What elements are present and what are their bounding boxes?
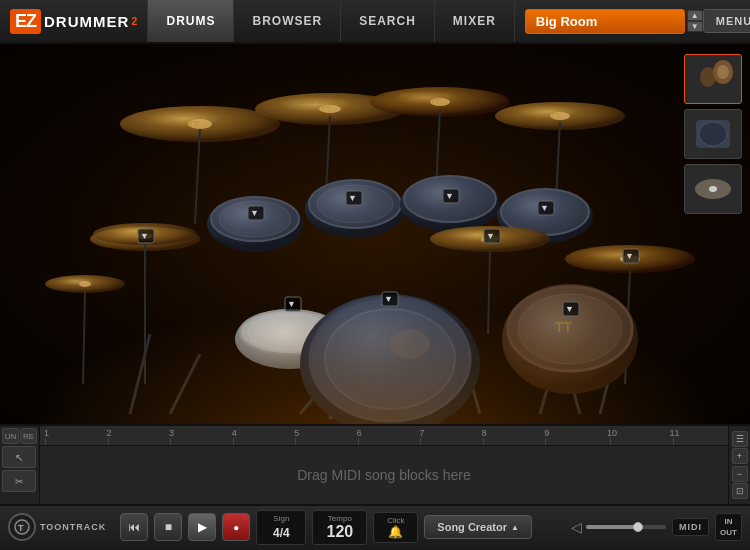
click-label: Click [387, 516, 404, 525]
toontrack-label: TOONTRACK [40, 522, 106, 532]
tab-mixer[interactable]: MIXER [435, 0, 515, 42]
transport-bar: T TOONTRACK ⏮ ■ ▶ ● Sign 4/4 Tempo 120 C… [0, 504, 750, 548]
preset-up-button[interactable]: ▲ [687, 10, 703, 21]
svg-text:METAL MACHINE: METAL MACHINE [400, 92, 450, 98]
svg-text:▼: ▼ [486, 231, 495, 241]
sign-label: Sign [265, 514, 297, 523]
preset-down-button[interactable]: ▼ [687, 21, 703, 32]
svg-point-63 [79, 281, 91, 287]
nav-tabs: DRUMS BROWSER SEARCH MIXER [147, 0, 514, 42]
timeline-ruler-area: 123456789101112 Drag MIDI song blocks he… [40, 426, 728, 504]
tab-browser[interactable]: BROWSER [234, 0, 341, 42]
tab-search[interactable]: SEARCH [341, 0, 435, 42]
floor-glow [25, 304, 725, 424]
volume-icon: ◁ [571, 519, 582, 535]
sign-value: 4/4 [273, 526, 290, 540]
in-label: IN [720, 516, 737, 527]
undo-button[interactable]: UN [2, 428, 19, 444]
svg-point-91 [709, 186, 717, 192]
svg-text:T: T [18, 523, 24, 533]
midi-label: MIDI [672, 518, 709, 536]
version-logo: 2 [131, 15, 137, 27]
tab-drums[interactable]: DRUMS [147, 0, 234, 42]
svg-line-26 [195, 129, 200, 224]
menu-button[interactable]: MENU [703, 9, 750, 33]
thumb-item-3[interactable] [684, 164, 742, 214]
svg-text:▼: ▼ [625, 251, 634, 261]
toontrack-circle-icon: T [8, 513, 36, 541]
rewind-button[interactable]: ⏮ [120, 513, 148, 541]
out-label: OUT [720, 527, 737, 538]
app-header: EZ DRUMMER2 DRUMS BROWSER SEARCH MIXER B… [0, 0, 750, 44]
svg-text:TT: TT [320, 104, 331, 114]
fit-button[interactable]: ⊡ [732, 483, 748, 499]
ez-logo: EZ [10, 9, 41, 34]
thumb-item-2[interactable] [684, 109, 742, 159]
tempo-value: 120 [326, 523, 353, 540]
timeline-tools: UN RE ↖ ✂ [0, 426, 40, 504]
zoom-in-button[interactable]: + [732, 448, 748, 464]
timeline-menu-button[interactable]: ☰ [732, 431, 748, 447]
volume-fill [586, 525, 638, 529]
drum-kit-area: TT TT METAL MACHINE TT METAL MACHINE TT [0, 44, 750, 424]
volume-thumb [633, 522, 643, 532]
undo-redo-row: UN RE [2, 428, 37, 444]
svg-text:▼: ▼ [250, 208, 259, 218]
svg-text:▼: ▼ [384, 294, 393, 304]
right-thumbs-panel [684, 54, 742, 214]
tempo-label: Tempo [321, 514, 358, 523]
stop-button[interactable]: ■ [154, 513, 182, 541]
drummer-logo: DRUMMER [44, 13, 129, 30]
timeline-content[interactable]: Drag MIDI song blocks here [40, 446, 728, 504]
svg-point-86 [700, 67, 716, 87]
tempo-display: Tempo 120 [312, 510, 367, 545]
click-icon[interactable]: 🔔 [388, 525, 403, 539]
time-signature-display: Sign 4/4 [256, 510, 306, 545]
svg-point-89 [699, 122, 727, 146]
redo-button[interactable]: RE [20, 428, 37, 444]
svg-text:METAL MACHINE: METAL MACHINE [295, 99, 345, 105]
preset-selector[interactable]: Big Room [525, 9, 685, 34]
timeline-ruler: 123456789101112 [40, 426, 728, 446]
select-tool-button[interactable]: ↖ [2, 446, 36, 468]
volume-area: ◁ [571, 519, 666, 535]
svg-text:▼: ▼ [140, 231, 149, 241]
app-logo: EZ DRUMMER2 [0, 9, 147, 34]
timeline-right-controls: ☰ + − ⊡ [728, 426, 750, 504]
svg-point-87 [717, 65, 729, 79]
svg-text:▼: ▼ [445, 191, 454, 201]
click-display: Click 🔔 [373, 512, 418, 543]
svg-text:▼: ▼ [348, 193, 357, 203]
toontrack-logo: T TOONTRACK [8, 513, 106, 541]
play-button[interactable]: ▶ [188, 513, 216, 541]
timeline-area: UN RE ↖ ✂ 123456789101112 Drag MIDI song… [0, 424, 750, 504]
cut-tool-button[interactable]: ✂ [2, 470, 36, 492]
preset-arrows: ▲ ▼ [687, 10, 703, 32]
preset-area: Big Room ▲ ▼ [525, 9, 703, 34]
svg-text:TT: TT [188, 119, 199, 129]
io-display: IN OUT [715, 513, 742, 541]
volume-slider[interactable] [586, 525, 666, 529]
song-creator-button[interactable]: Song Creator [424, 515, 532, 539]
svg-text:TT: TT [550, 111, 561, 121]
zoom-out-button[interactable]: − [732, 466, 748, 482]
thumb-item-1[interactable] [684, 54, 742, 104]
svg-text:▼: ▼ [540, 203, 549, 213]
svg-text:TT: TT [430, 97, 441, 107]
record-button[interactable]: ● [222, 513, 250, 541]
drag-placeholder-text: Drag MIDI song blocks here [297, 467, 471, 483]
